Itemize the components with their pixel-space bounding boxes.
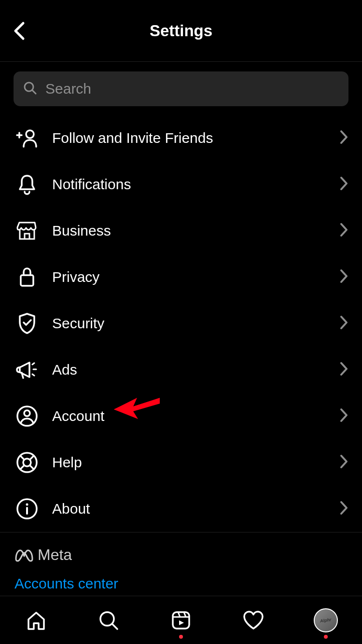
- menu-item-business[interactable]: Business: [0, 208, 362, 254]
- chevron-right-icon: [340, 315, 348, 332]
- chevron-right-icon: [340, 362, 348, 378]
- lock-icon: [15, 266, 39, 289]
- chevron-right-icon: [340, 130, 348, 146]
- nav-search[interactable]: [94, 606, 123, 635]
- chevron-right-icon: [340, 176, 348, 193]
- nav-activity[interactable]: [239, 606, 268, 635]
- search-icon: [23, 81, 37, 97]
- accounts-center-link[interactable]: Accounts center: [14, 575, 348, 592]
- header: Settings: [0, 0, 362, 62]
- menu-item-security[interactable]: Security: [0, 300, 362, 347]
- chevron-right-icon: [340, 408, 348, 424]
- chevron-right-icon: [340, 501, 348, 517]
- nav-profile[interactable]: Alphr: [311, 606, 340, 635]
- back-button[interactable]: [10, 21, 29, 41]
- info-circle-icon: [15, 497, 39, 520]
- bottom-nav: Alphr: [0, 596, 362, 644]
- notification-dot: [179, 635, 183, 639]
- bell-icon: [15, 173, 39, 196]
- notification-dot: [324, 635, 328, 639]
- home-icon: [26, 610, 47, 631]
- search-icon: [98, 610, 119, 631]
- menu-item-account[interactable]: Account: [0, 393, 362, 439]
- meta-brand: Meta: [14, 546, 348, 564]
- profile-avatar: Alphr: [314, 608, 338, 632]
- search-input[interactable]: [45, 81, 339, 97]
- svg-rect-2: [21, 275, 33, 286]
- chevron-right-icon: [340, 454, 348, 471]
- svg-point-6: [23, 459, 31, 466]
- menu-item-help[interactable]: Help: [0, 439, 362, 486]
- menu-item-about[interactable]: About: [0, 486, 362, 532]
- svg-rect-10: [173, 612, 189, 629]
- chevron-left-icon: [13, 21, 26, 41]
- nav-reels[interactable]: [167, 606, 195, 635]
- menu-label: Security: [52, 315, 340, 332]
- menu-label: Help: [52, 454, 340, 471]
- person-add-icon: [15, 126, 39, 150]
- menu-item-privacy[interactable]: Privacy: [0, 254, 362, 300]
- reels-icon: [170, 610, 192, 631]
- menu-label: Business: [52, 223, 340, 239]
- svg-point-8: [26, 504, 28, 506]
- meta-logo-icon: [14, 548, 34, 562]
- lifebuoy-icon: [15, 451, 39, 474]
- search-container: [0, 62, 362, 106]
- menu-label: Follow and Invite Friends: [52, 130, 340, 146]
- menu-item-ads[interactable]: Ads: [0, 347, 362, 393]
- shield-check-icon: [15, 312, 39, 335]
- megaphone-icon: [15, 358, 39, 381]
- search-bar[interactable]: [14, 71, 348, 106]
- menu-label: Ads: [52, 362, 340, 378]
- menu-label: About: [52, 501, 340, 517]
- menu-item-follow-invite[interactable]: Follow and Invite Friends: [0, 115, 362, 161]
- settings-menu: Follow and Invite Friends Notifications …: [0, 106, 362, 532]
- menu-label: Notifications: [52, 176, 340, 193]
- chevron-right-icon: [340, 223, 348, 239]
- storefront-icon: [15, 219, 39, 242]
- svg-point-1: [26, 130, 34, 138]
- menu-item-notifications[interactable]: Notifications: [0, 161, 362, 208]
- svg-point-4: [24, 410, 30, 416]
- nav-home[interactable]: [22, 606, 51, 635]
- meta-brand-text: Meta: [38, 546, 72, 564]
- chevron-right-icon: [340, 269, 348, 285]
- menu-label: Privacy: [52, 269, 340, 285]
- footer-section: Meta Accounts center: [0, 532, 362, 592]
- menu-label: Account: [52, 408, 340, 424]
- page-title: Settings: [150, 22, 212, 40]
- user-circle-icon: [15, 405, 39, 428]
- heart-icon: [242, 610, 265, 630]
